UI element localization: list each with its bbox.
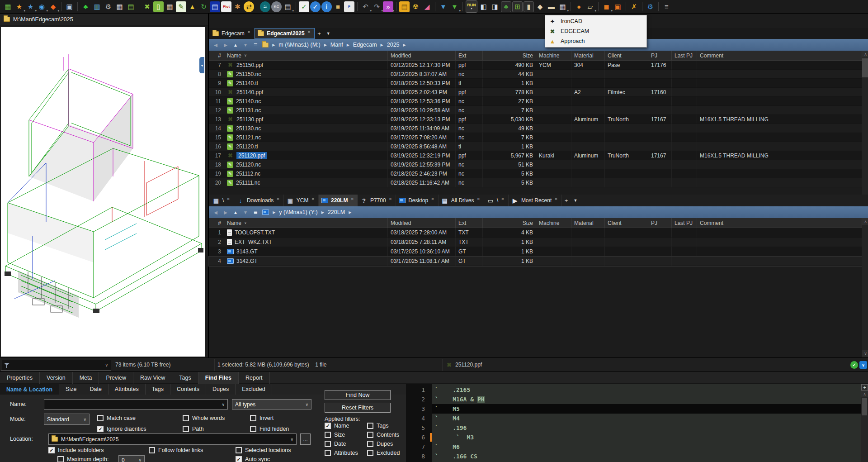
tab-find-files[interactable]: Find Files [198,372,239,384]
table-row[interactable]: 18✎251120.nc03/19/2025 12:55:39 PMnc51 K… [209,160,862,169]
status-ok-icon[interactable]: ✓ [850,361,858,369]
new-tab-button[interactable]: + [562,197,571,204]
column-header-modified[interactable]: Modified [388,51,456,60]
tab-raw-view[interactable]: Raw View [133,372,172,384]
scroll-up-icon[interactable]: ∧ [862,218,868,225]
calculator-icon[interactable]: ▦ [114,1,125,12]
table-row[interactable]: 20✎251111.nc02/18/2025 11:16:42 AMnc5 KB [209,178,862,187]
table-row[interactable]: 33143.GT03/17/2025 10:36:10 AMGT1 KB [209,247,862,257]
tab-properties[interactable]: Properties [0,372,40,384]
applied-filter-date-checkbox[interactable]: Date [325,441,346,447]
flame-icon[interactable]: ◆▾ [48,1,58,12]
invert-checkbox[interactable]: Invert [250,415,274,421]
column-header-name[interactable]: Name∨ [224,218,388,228]
tab-tags[interactable]: Tags [172,372,198,384]
panel-tab-edgecam[interactable]: Edgecam✕ [210,28,255,39]
layout-right-icon[interactable]: ◨ [490,1,500,12]
x-tools-icon[interactable]: ✗ [629,1,639,12]
table-row[interactable]: 17✖251120.ppf03/19/2025 12:32:19 PMppf5,… [209,151,862,160]
factory-icon[interactable]: ▦ [3,1,13,12]
close-icon[interactable]: ✕ [276,197,280,201]
column-header-material[interactable]: Material [571,51,605,60]
subtab-size[interactable]: Size [59,384,83,395]
twise-icon[interactable]: ≈ [260,1,270,12]
split-arrow-icon[interactable]: ⇄ [244,1,254,12]
menu-icon[interactable]: ≡ [661,1,672,12]
save-icon[interactable]: ▣ [613,1,623,12]
scroll-up-icon[interactable]: ∧ [861,391,868,397]
preview-collapse-handle[interactable]: ◂ [199,57,204,73]
diamond-tan-icon[interactable]: ◆ [535,1,545,12]
redo-icon[interactable]: ↷▾ [372,1,382,12]
list-settings-icon[interactable]: ▤▾ [283,1,293,12]
tab-list-dropdown[interactable]: ▼ [571,198,580,203]
panel-tab-220lm[interactable]: 220LM✕ [319,195,358,206]
scroll-up-icon[interactable]: ∧ [862,51,868,57]
palette-icon[interactable]: ✱ [232,1,243,12]
selected-locations-checkbox[interactable]: Selected locations [236,447,291,453]
applied-filter-dupes-checkbox[interactable]: Dupes [367,441,393,447]
radiation-icon[interactable]: ☢ [410,1,421,12]
location-input[interactable]: M:\Manf\Edgecam\2025 ∨ [48,433,297,445]
breadcrumb-item[interactable]: m (\\Mnas1) (M:) [278,42,320,48]
refresh-icon[interactable]: ↻ [198,1,209,12]
column-header-pj[interactable]: PJ [648,218,672,228]
org-chart-icon[interactable]: ⊞ [512,1,523,12]
wrench-icon[interactable]: ⚙ [645,1,656,12]
nav-up-button[interactable]: ▲ [232,210,239,215]
plant-growth-icon[interactable]: ♣ [80,1,91,12]
column-header-size[interactable]: Size [483,51,536,60]
panel-tab-ycm[interactable]: ▣YCM✕ [284,195,319,206]
panel-tab--[interactable]: ▭\✕ [484,195,509,206]
tree-icon[interactable]: ♣ [501,1,511,12]
breadcrumb-item[interactable]: 220LM [328,209,345,215]
table-row[interactable]: 19✎251112.nc02/18/2025 2:46:23 PMnc5 KB [209,169,862,178]
close-icon[interactable]: ✕ [350,197,354,201]
table-row[interactable]: 11✎251140.nc03/18/2025 12:53:36 PMnc27 K… [209,97,862,106]
column-header-modified[interactable]: Modified [388,218,456,228]
column-header-last-pj[interactable]: Last PJ [672,218,697,228]
close-icon[interactable]: ✕ [247,30,251,34]
breadcrumb-item[interactable]: y (\\Mnas1) (Y:) [279,209,317,215]
close-icon[interactable]: ✕ [226,197,230,201]
skip-icon[interactable]: »▾ [383,1,393,12]
subtab-excluded[interactable]: Excluded [236,384,272,395]
scrollbar-thumb[interactable] [862,398,867,415]
panel-tab-p7700[interactable]: ?P7700✕ [358,195,396,206]
nav-forward-button[interactable]: ▶ [222,210,229,215]
breadcrumb-item[interactable]: 2025 [387,42,400,48]
close-icon[interactable]: ✕ [554,197,558,201]
scroll-down-icon[interactable]: ∨ [862,350,868,357]
star-orange-icon[interactable]: ★▾ [14,1,24,12]
column-header-last-pj[interactable]: Last PJ [672,51,697,60]
applied-filter-tags-checkbox[interactable]: Tags [367,423,388,429]
nav-down-button[interactable]: ▼ [242,210,249,215]
file-types-select[interactable]: All types ∨ [232,399,311,410]
maximum-depth-checkbox[interactable]: Maximum depth: [57,456,108,462]
panel-tab-downloads[interactable]: ↓Downloads✕ [234,195,284,206]
post-lamp-icon[interactable]: ▯ [153,1,164,12]
kc-weight-icon[interactable]: KC [271,1,282,12]
gear-icon[interactable]: ⚙ [103,1,113,12]
column-header-num[interactable]: # [209,218,224,228]
applied-filter-size-checkbox[interactable]: Size [325,432,345,438]
table-row[interactable]: 8✎251150.nc03/12/2025 8:37:07 AMnc44 KB [209,70,862,79]
subtab-dupes[interactable]: Dupes [206,384,236,395]
follow-folder-links-checkbox[interactable]: Follow folder links [149,447,203,453]
reset-filters-button[interactable]: Reset Filters [325,403,391,413]
key-document-icon[interactable]: ▤ [126,1,136,12]
nav-forward-button[interactable]: ▶ [222,43,229,48]
machine-dump-icon[interactable]: ▦ [165,1,175,12]
applied-filter-name-checkbox[interactable]: ✓Name [325,423,349,429]
column-header-name[interactable]: Name∨ [224,51,388,60]
run-menu-item-edgecam[interactable]: ✖EDGECAM [545,26,646,36]
cad-wireframe-viewport[interactable]: ◂ [1,27,205,357]
match-case-checkbox[interactable]: Match case [97,415,136,421]
panel-tab-all-drives[interactable]: ▤All Drives✕ [439,195,484,206]
table-row[interactable]: 10✖251140.ppf03/18/2025 2:02:43 PMppf778… [209,88,862,97]
subtab-contents[interactable]: Contents [170,384,206,395]
applied-filter-contents-checkbox[interactable]: Contents [367,432,399,438]
close-icon[interactable]: ✕ [311,197,315,201]
run-button[interactable]: RUN▾ [466,0,477,13]
column-header-machine[interactable]: Machine [536,51,571,60]
